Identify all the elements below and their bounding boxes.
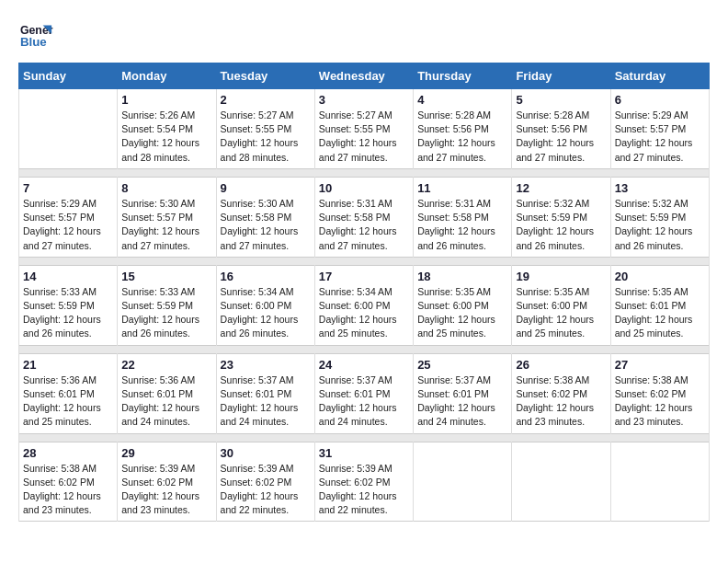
week-row-1: 1Sunrise: 5:26 AM Sunset: 5:54 PM Daylig… <box>19 89 710 169</box>
separator-cell <box>19 433 710 442</box>
day-number: 26 <box>516 358 606 372</box>
day-info: Sunrise: 5:38 AM Sunset: 6:02 PM Dayligh… <box>615 373 705 430</box>
header-monday: Monday <box>118 63 216 89</box>
day-number: 8 <box>121 181 211 195</box>
calendar-cell: 14Sunrise: 5:33 AM Sunset: 5:59 PM Dayli… <box>19 265 118 345</box>
calendar-cell: 12Sunrise: 5:32 AM Sunset: 5:59 PM Dayli… <box>512 177 610 257</box>
day-info: Sunrise: 5:31 AM Sunset: 5:58 PM Dayligh… <box>319 197 409 253</box>
calendar-cell: 13Sunrise: 5:32 AM Sunset: 5:59 PM Dayli… <box>610 177 709 257</box>
calendar-cell: 3Sunrise: 5:27 AM Sunset: 5:55 PM Daylig… <box>314 89 413 169</box>
day-info: Sunrise: 5:38 AM Sunset: 6:02 PM Dayligh… <box>23 462 113 518</box>
day-info: Sunrise: 5:35 AM Sunset: 6:00 PM Dayligh… <box>417 285 507 341</box>
header-thursday: Thursday <box>414 63 512 89</box>
calendar-cell: 27Sunrise: 5:38 AM Sunset: 6:02 PM Dayli… <box>610 353 709 433</box>
day-number: 11 <box>417 181 507 195</box>
day-number: 1 <box>121 93 211 107</box>
calendar-cell: 20Sunrise: 5:35 AM Sunset: 6:01 PM Dayli… <box>610 265 709 345</box>
day-info: Sunrise: 5:36 AM Sunset: 6:01 PM Dayligh… <box>23 373 113 430</box>
day-info: Sunrise: 5:27 AM Sunset: 5:55 PM Dayligh… <box>319 109 409 165</box>
day-info: Sunrise: 5:34 AM Sunset: 6:00 PM Dayligh… <box>319 285 409 341</box>
calendar-cell: 22Sunrise: 5:36 AM Sunset: 6:01 PM Dayli… <box>118 353 216 433</box>
day-number: 2 <box>221 93 311 107</box>
day-number: 5 <box>516 93 606 107</box>
day-info: Sunrise: 5:39 AM Sunset: 6:02 PM Dayligh… <box>221 462 311 518</box>
calendar-cell: 24Sunrise: 5:37 AM Sunset: 6:01 PM Dayli… <box>314 353 413 433</box>
week-row-2: 7Sunrise: 5:29 AM Sunset: 5:57 PM Daylig… <box>19 177 710 257</box>
calendar-header-row: SundayMondayTuesdayWednesdayThursdayFrid… <box>19 63 710 89</box>
header-friday: Friday <box>512 63 610 89</box>
day-info: Sunrise: 5:39 AM Sunset: 6:02 PM Dayligh… <box>121 462 211 518</box>
calendar-cell <box>512 442 610 522</box>
day-number: 15 <box>121 270 211 283</box>
day-info: Sunrise: 5:35 AM Sunset: 6:00 PM Dayligh… <box>516 285 606 341</box>
calendar-cell: 5Sunrise: 5:28 AM Sunset: 5:56 PM Daylig… <box>512 89 610 169</box>
calendar-cell: 10Sunrise: 5:31 AM Sunset: 5:58 PM Dayli… <box>314 177 413 257</box>
calendar-cell: 30Sunrise: 5:39 AM Sunset: 6:02 PM Dayli… <box>216 442 314 522</box>
calendar-cell: 15Sunrise: 5:33 AM Sunset: 5:59 PM Dayli… <box>118 265 216 345</box>
day-number: 31 <box>319 446 409 460</box>
day-info: Sunrise: 5:26 AM Sunset: 5:54 PM Dayligh… <box>121 109 211 165</box>
day-info: Sunrise: 5:30 AM Sunset: 5:57 PM Dayligh… <box>121 197 211 253</box>
week-separator <box>19 433 710 442</box>
logo: General Blue <box>18 18 53 53</box>
day-info: Sunrise: 5:32 AM Sunset: 5:59 PM Dayligh… <box>615 197 705 253</box>
calendar-cell: 17Sunrise: 5:34 AM Sunset: 6:00 PM Dayli… <box>314 265 413 345</box>
calendar-cell: 23Sunrise: 5:37 AM Sunset: 6:01 PM Dayli… <box>216 353 314 433</box>
day-number: 30 <box>221 446 311 460</box>
page-header: General Blue <box>18 18 710 53</box>
calendar-cell: 4Sunrise: 5:28 AM Sunset: 5:56 PM Daylig… <box>414 89 512 169</box>
header-saturday: Saturday <box>610 63 709 89</box>
calendar-cell: 2Sunrise: 5:27 AM Sunset: 5:55 PM Daylig… <box>216 89 314 169</box>
day-number: 24 <box>319 358 409 372</box>
week-row-5: 28Sunrise: 5:38 AM Sunset: 6:02 PM Dayli… <box>19 442 710 522</box>
separator-cell <box>19 168 710 177</box>
day-number: 17 <box>319 270 409 283</box>
day-info: Sunrise: 5:33 AM Sunset: 5:59 PM Dayligh… <box>121 285 211 341</box>
day-number: 22 <box>121 358 211 372</box>
calendar-cell: 29Sunrise: 5:39 AM Sunset: 6:02 PM Dayli… <box>118 442 216 522</box>
calendar-table: SundayMondayTuesdayWednesdayThursdayFrid… <box>18 63 710 522</box>
day-number: 25 <box>417 358 507 372</box>
day-number: 3 <box>319 93 409 107</box>
day-info: Sunrise: 5:30 AM Sunset: 5:58 PM Dayligh… <box>221 197 311 253</box>
day-info: Sunrise: 5:32 AM Sunset: 5:59 PM Dayligh… <box>516 197 606 253</box>
day-number: 6 <box>615 93 705 107</box>
calendar-cell: 26Sunrise: 5:38 AM Sunset: 6:02 PM Dayli… <box>512 353 610 433</box>
week-separator <box>19 345 710 353</box>
day-number: 23 <box>221 358 311 372</box>
header-sunday: Sunday <box>19 63 118 89</box>
day-number: 19 <box>516 270 606 283</box>
calendar-cell <box>610 442 709 522</box>
day-info: Sunrise: 5:28 AM Sunset: 5:56 PM Dayligh… <box>417 109 507 165</box>
day-info: Sunrise: 5:28 AM Sunset: 5:56 PM Dayligh… <box>516 109 606 165</box>
day-info: Sunrise: 5:36 AM Sunset: 6:01 PM Dayligh… <box>121 373 211 430</box>
calendar-cell: 1Sunrise: 5:26 AM Sunset: 5:54 PM Daylig… <box>118 89 216 169</box>
day-info: Sunrise: 5:37 AM Sunset: 6:01 PM Dayligh… <box>319 373 409 430</box>
calendar-cell: 25Sunrise: 5:37 AM Sunset: 6:01 PM Dayli… <box>414 353 512 433</box>
day-number: 29 <box>121 446 211 460</box>
day-info: Sunrise: 5:33 AM Sunset: 5:59 PM Dayligh… <box>23 285 113 341</box>
day-info: Sunrise: 5:37 AM Sunset: 6:01 PM Dayligh… <box>417 373 507 430</box>
day-number: 18 <box>417 270 507 283</box>
calendar-cell: 11Sunrise: 5:31 AM Sunset: 5:58 PM Dayli… <box>414 177 512 257</box>
week-row-3: 14Sunrise: 5:33 AM Sunset: 5:59 PM Dayli… <box>19 265 710 345</box>
day-number: 9 <box>221 181 311 195</box>
day-info: Sunrise: 5:27 AM Sunset: 5:55 PM Dayligh… <box>221 109 311 165</box>
week-separator <box>19 168 710 177</box>
day-number: 12 <box>516 181 606 195</box>
svg-text:Blue: Blue <box>20 35 47 49</box>
week-separator <box>19 257 710 265</box>
day-number: 4 <box>417 93 507 107</box>
day-number: 7 <box>23 181 113 195</box>
calendar-cell: 31Sunrise: 5:39 AM Sunset: 6:02 PM Dayli… <box>314 442 413 522</box>
day-info: Sunrise: 5:35 AM Sunset: 6:01 PM Dayligh… <box>615 285 705 341</box>
day-number: 21 <box>23 358 113 372</box>
logo-icon: General Blue <box>18 18 53 53</box>
day-number: 16 <box>221 270 311 283</box>
day-number: 27 <box>615 358 705 372</box>
day-info: Sunrise: 5:37 AM Sunset: 6:01 PM Dayligh… <box>221 373 311 430</box>
day-info: Sunrise: 5:38 AM Sunset: 6:02 PM Dayligh… <box>516 373 606 430</box>
calendar-cell: 7Sunrise: 5:29 AM Sunset: 5:57 PM Daylig… <box>19 177 118 257</box>
day-number: 28 <box>23 446 113 460</box>
day-info: Sunrise: 5:29 AM Sunset: 5:57 PM Dayligh… <box>23 197 113 253</box>
